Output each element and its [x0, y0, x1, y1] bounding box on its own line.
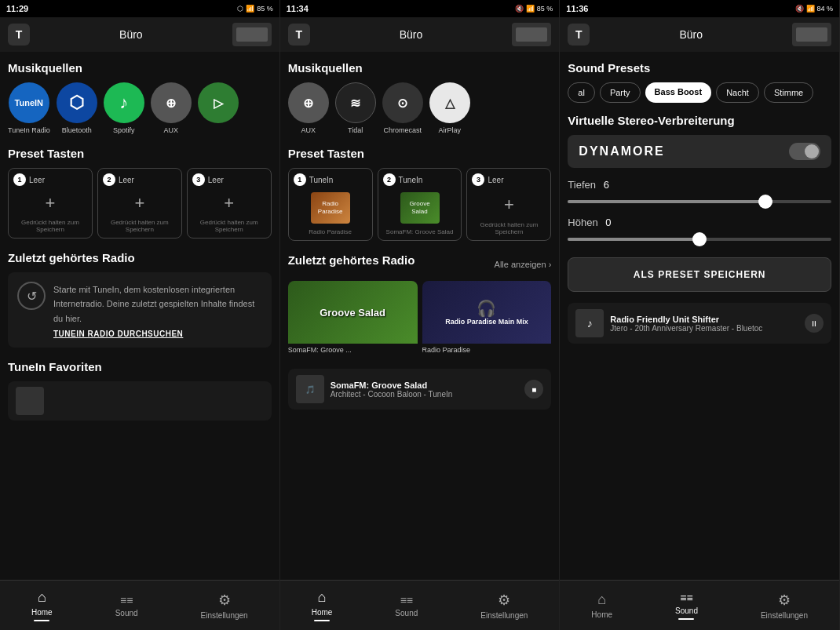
nav-settings-3[interactable]: ⚙ Einstellungen [761, 592, 808, 620]
bluetooth-icon: ⬡ [237, 5, 243, 13]
content-2: Musikquellen ⊕ AUX ≋ Tidal ⊙ Chromecast … [280, 52, 560, 580]
hoehen-knob[interactable] [692, 232, 707, 246]
stereo-section: Virtuelle Stereo-Verbreiterung DYNAMORE [568, 114, 831, 168]
chip-party[interactable]: Party [600, 82, 641, 103]
preset-slot-1-3[interactable]: 3 Leer + Gedrückt halten zum Speichern [187, 168, 272, 239]
slot-label-1-1: Leer [29, 176, 45, 184]
preset-slots-1: 1 Leer + Gedrückt halten zum Speichern 2… [8, 168, 272, 239]
pause-btn-3[interactable]: ⏸ [805, 314, 824, 333]
source-tunein[interactable]: TuneIN TuneIn Radio [8, 82, 50, 134]
zuletzt-header-2: Zuletzt gehörtes Radio Alle anzeigen › [288, 253, 552, 275]
slot-label-2-2: TuneIn [399, 176, 423, 184]
preset-slot-2-1[interactable]: 1 TuneIn Radio Paradise Radio Paradise [288, 168, 373, 241]
radio-grid-2: Groove Salad SomaFM: Groove ... 🎧 Radio … [288, 281, 552, 356]
radio-card-groovesalad[interactable]: Groove Salad SomaFM: Groove ... [288, 281, 418, 356]
musikquellen-title-2: Musikquellen [288, 61, 552, 75]
logo-1[interactable]: T [8, 24, 30, 46]
zuletzt-desc-1: Starte mit TuneIn, dem kostenlosen integ… [53, 285, 254, 323]
device-rect-3 [796, 27, 827, 42]
groovesalad-image: Groove Salad [288, 281, 418, 344]
device-thumb-1[interactable] [232, 23, 272, 46]
tiefen-knob[interactable] [758, 195, 772, 209]
source-tidal[interactable]: ≋ Tidal [335, 82, 376, 134]
now-sub-3: Jtero - 20th Anniversary Remaster - Blue… [610, 324, 798, 333]
time-1: 11:29 [6, 4, 28, 13]
slot-add-1-3: + [224, 189, 234, 217]
bottom-nav-1: ⌂ Home ≡≡ Sound ⚙ Einstellungen [0, 580, 279, 630]
nav-sound-1[interactable]: ≡≡ Sound [115, 594, 138, 617]
sound-presets-title: Sound Presets [568, 61, 831, 75]
sound-presets-section: Sound Presets al Party Bass Boost Nacht … [568, 61, 831, 103]
alle-anzeigen-btn[interactable]: Alle anzeigen › [495, 260, 552, 269]
source-aux-2[interactable]: ⊕ AUX [288, 82, 329, 134]
top-bar-2: T Büro [280, 17, 560, 52]
source-airplay[interactable]: △ AirPlay [429, 82, 470, 134]
preset-slot-2-2[interactable]: 2 TuneIn Groove Salad SomaFM: Groove Sal… [378, 168, 462, 241]
nav-home-2[interactable]: ⌂ Home [312, 589, 333, 621]
nav-sound-label-1: Sound [115, 609, 138, 617]
nav-settings-1[interactable]: ⚙ Einstellungen [201, 592, 248, 620]
device-rect-1 [236, 27, 268, 42]
chip-stimme[interactable]: Stimme [764, 82, 813, 103]
slot-add-1-1: + [46, 189, 56, 217]
source-chromecast[interactable]: ⊙ Chromecast [382, 82, 423, 134]
eq-tiefen-row: Tiefen 6 [568, 179, 831, 209]
preset-slot-1-1[interactable]: 1 Leer + Gedrückt halten zum Speichern [8, 168, 93, 239]
source-aux-1[interactable]: ⊕ AUX [151, 82, 192, 134]
stereo-toggle[interactable] [789, 143, 820, 160]
zuletzt-title-1: Zuletzt gehörtes Radio [8, 251, 272, 264]
chip-al[interactable]: al [568, 82, 595, 103]
hoehen-slider-container[interactable] [568, 232, 831, 246]
slot-header-1-2: 2 Leer [103, 173, 177, 186]
device-thumb-3[interactable] [792, 23, 831, 46]
location-1: Büro [36, 28, 226, 41]
chevron-right-icon: › [549, 260, 552, 269]
hoehen-fill [568, 238, 699, 241]
chip-nacht[interactable]: Nacht [716, 82, 759, 103]
nav-sound-2[interactable]: ≡≡ Sound [395, 594, 418, 617]
slot-label-2-1: TuneIn [309, 176, 334, 184]
phone-panel-2: 11:34 🔇 📶 85 % T Büro Musikquellen ⊕ AUX… [280, 0, 561, 630]
content-1: Musikquellen TuneIN TuneIn Radio ⬡ Bluet… [0, 52, 279, 580]
preset-title-1: Preset Tasten [8, 147, 272, 160]
nav-home-label-1: Home [31, 608, 53, 617]
preset-slot-1-2[interactable]: 2 Leer + Gedrückt halten zum Speichern [97, 168, 182, 239]
source-spotify[interactable]: ♪ Spotify [104, 82, 144, 134]
nav-home-1[interactable]: ⌂ Home [31, 589, 53, 621]
source-label-airplay: AirPlay [438, 126, 461, 134]
slot-header-1-3: 3 Leer [192, 173, 266, 186]
tiefen-slider-container[interactable] [568, 195, 831, 209]
battery-2: 85 % [537, 5, 553, 13]
headphones-icon: 🎧 [445, 299, 528, 318]
nav-settings-2[interactable]: ⚙ Einstellungen [480, 592, 528, 620]
chip-bass-boost[interactable]: Bass Boost [645, 82, 712, 103]
content-3: Sound Presets al Party Bass Boost Nacht … [560, 52, 839, 580]
nav-home-3[interactable]: ⌂ Home [591, 592, 612, 619]
slot-num-2-2: 2 [383, 173, 396, 186]
device-thumb-2[interactable] [512, 23, 551, 46]
source-circle-tunein: TuneIN [9, 82, 49, 123]
status-icons-1: ⬡ 📶 85 % [237, 5, 273, 13]
phone-panel-3: 11:36 🔇 📶 84 % T Büro Sound Presets al P… [560, 0, 840, 630]
status-icons-3: 🔇 📶 84 % [795, 5, 834, 13]
nav-sound-3[interactable]: ≡≡ Sound [675, 592, 698, 620]
sound-icon-2: ≡≡ [400, 594, 413, 606]
home-icon-2: ⌂ [318, 589, 327, 606]
radio-card-radioparadise[interactable]: 🎧 Radio Paradise Main Mix Radio Paradise [422, 281, 552, 356]
slot-num-1-1: 1 [13, 173, 26, 186]
logo-3[interactable]: T [568, 24, 590, 46]
hoehen-value: 0 [605, 217, 611, 228]
slot-hint-1-2: Gedrückt halten zum Speichern [103, 219, 177, 233]
save-preset-button[interactable]: ALS PRESET SPEICHERN [568, 257, 831, 292]
slot-add-1-2: + [134, 189, 144, 217]
stop-btn-2[interactable]: ■ [524, 380, 543, 399]
radioparadise-text: Radio Paradise Main Mix [445, 318, 528, 326]
tunein-link[interactable]: TUNEIN RADIO DURCHSUCHEN [53, 330, 262, 338]
settings-icon-1: ⚙ [218, 592, 231, 609]
logo-2[interactable]: T [288, 24, 310, 46]
favoriten-preview [8, 381, 272, 421]
source-label-bluetooth: Bluetooth [62, 126, 92, 134]
source-more[interactable]: ▷ [198, 82, 239, 134]
source-bluetooth[interactable]: ⬡ Bluetooth [57, 82, 97, 134]
preset-slot-2-3[interactable]: 3 Leer + Gedrückt halten zum Speichern [466, 168, 551, 241]
